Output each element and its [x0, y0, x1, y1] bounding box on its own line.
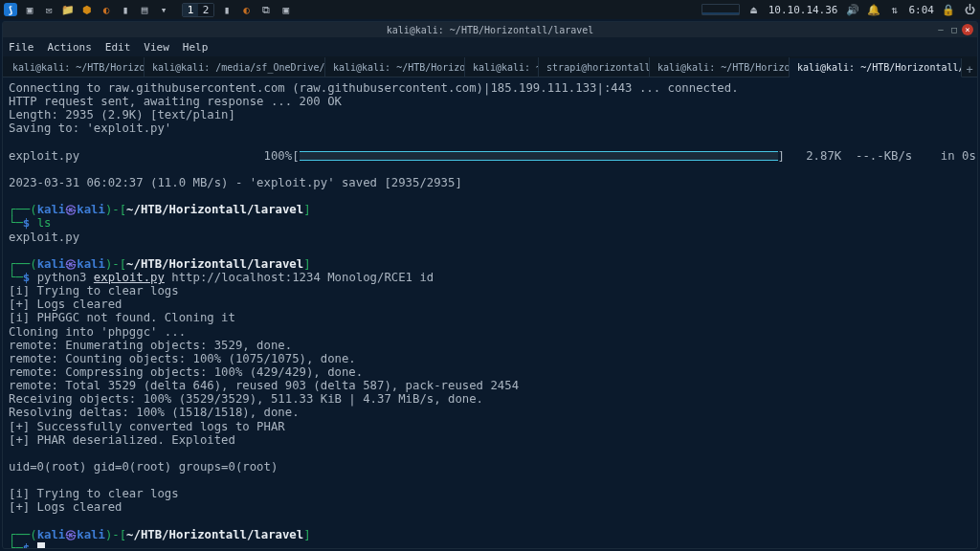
term-line: [i] Trying to clear logs [9, 487, 179, 500]
workspace-1[interactable]: 1 [183, 4, 198, 16]
term-line: [+] PHAR deserialized. Exploited [9, 433, 235, 447]
term-line: 100%[ [264, 149, 300, 163]
terminal-tab[interactable]: kali@kali: ~× [465, 57, 539, 77]
prompt-user: kali [37, 528, 66, 541]
term-line: Resolving deltas: 100% (1518/1518), done… [9, 406, 300, 419]
terminal-tab-active[interactable]: kali@kali: ~/HTB/Horizontall/laravel× [790, 58, 962, 77]
prompt-at: ㉿ [65, 257, 77, 271]
progress-bar [300, 151, 778, 161]
term-line: [+] Logs cleared [9, 298, 122, 311]
prompt-host: kali [77, 257, 105, 271]
term-line: Cloning into 'phpggc' ... [9, 325, 186, 339]
usb-icon[interactable]: ⏏ [747, 3, 761, 16]
tray-app4-icon[interactable]: ▣ [279, 3, 293, 16]
ip-address: 10.10.14.36 [768, 4, 838, 16]
tab-add-button[interactable]: + [962, 63, 977, 77]
code-icon[interactable]: ▤ [138, 3, 151, 16]
tab-label: kali@kali: ~/HTB/Horizontall [12, 62, 145, 73]
tab-label: kali@kali: ~/HTB/Horizontall [333, 62, 465, 73]
kali-logo-icon[interactable]: ⟆ [4, 3, 17, 16]
terminal-cursor [37, 542, 45, 548]
files-icon[interactable]: 📁 [61, 3, 75, 16]
term-line: exploit.py [9, 149, 79, 163]
mail-icon[interactable]: ✉ [42, 3, 56, 16]
prompt-user: kali [37, 203, 66, 216]
term-line: Receiving objects: 100% (3529/3529), 511… [9, 392, 483, 406]
term-line: uid=0(root) gid=0(root) groups=0(root) [9, 460, 278, 474]
menu-edit[interactable]: Edit [105, 41, 131, 54]
terminal-tab[interactable]: strapi@horizontall: ~× [539, 57, 650, 77]
tray-firefox-icon[interactable]: ◐ [240, 3, 254, 16]
cmd-ls: ls [37, 216, 52, 230]
cpu-graph-icon [702, 4, 740, 15]
ls-output: exploit.py [9, 231, 79, 244]
term-line: [i] Trying to clear logs [9, 284, 179, 298]
prompt-user: kali [37, 257, 66, 271]
menu-help[interactable]: Help [183, 41, 209, 54]
term-line: [+] Successfully converted logs to PHAR [9, 420, 285, 433]
terminal-icon[interactable]: ▮ [119, 3, 132, 16]
prompt-path: ~/HTB/Horizontall/laravel [126, 203, 303, 216]
tab-label: kali@kali: ~/HTB/Horizontall/laravel [797, 62, 962, 73]
term-line: Saving to: 'exploit.py' [9, 121, 171, 135]
prompt-host: kali [77, 528, 105, 541]
cmd-python3: python3 [37, 271, 94, 284]
tab-label: kali@kali: ~/HTB/Horizontall [657, 62, 790, 73]
terminal-tab[interactable]: kali@kali: /media/sf_OneDrive/SecLists× [145, 57, 325, 77]
prompt-path: ~/HTB/Horizontall/laravel [126, 257, 303, 271]
term-line: [i] PHPGGC not found. Cloning it [9, 311, 235, 324]
term-line: [+] Logs cleared [9, 500, 122, 514]
menu-actions[interactable]: Actions [48, 41, 92, 54]
bell-icon[interactable]: 🔔 [867, 3, 880, 16]
term-line: Length: 2935 (2.9K) [text/plain] [9, 108, 235, 121]
terminal-tab[interactable]: kali@kali: ~/HTB/Horizontall× [650, 57, 790, 77]
tray-code-icon[interactable]: ⧉ [259, 3, 273, 16]
terminal-tab[interactable]: kali@kali: ~/HTB/Horizontall× [325, 57, 465, 77]
tab-label: strapi@horizontall: ~ [546, 62, 650, 73]
window-manager-icon[interactable]: ▣ [23, 3, 36, 16]
workspace-switcher[interactable]: 1 2 [182, 3, 214, 17]
menu-file[interactable]: File [9, 41, 34, 54]
maximize-button[interactable]: □ [948, 24, 960, 35]
firefox-icon[interactable]: ◐ [100, 3, 113, 16]
term-line: remote: Counting objects: 100% (1075/107… [9, 352, 356, 365]
term-line: Connecting to raw.githubusercontent.com … [9, 81, 739, 95]
window-title: kali@kali: ~/HTB/Horizontall/laravel [3, 25, 977, 35]
terminal-output[interactable]: Connecting to raw.githubusercontent.com … [3, 77, 977, 548]
network-icon[interactable]: ⇅ [888, 3, 902, 16]
desktop-top-panel: ⟆ ▣ ✉ 📁 ⬢ ◐ ▮ ▤ ▾ 1 2 ▮ ◐ ⧉ ▣ ⏏ 10.10.14… [0, 0, 980, 19]
terminal-window: kali@kali: ~/HTB/Horizontall/laravel – □… [2, 21, 978, 549]
tab-label: kali@kali: /media/sf_OneDrive/SecLists [152, 62, 325, 73]
prompt-path: ~/HTB/Horizontall/laravel [126, 528, 303, 541]
term-line: remote: Total 3529 (delta 646), reused 9… [9, 379, 519, 392]
cmd-arg: http://localhost:1234 Monolog/RCE1 id [165, 271, 434, 284]
menu-view[interactable]: View [144, 41, 169, 54]
burp-icon[interactable]: ⬢ [80, 3, 94, 16]
power-icon[interactable]: ⏻ [963, 3, 976, 16]
minimize-button[interactable]: – [935, 24, 947, 35]
term-line: remote: Enumerating objects: 3529, done. [9, 339, 292, 352]
terminal-tab[interactable]: kali@kali: ~/HTB/Horizontall× [5, 57, 145, 77]
terminal-menubar: File Actions Edit View Help [3, 37, 977, 56]
prompt-at: ㉿ [65, 203, 77, 216]
volume-icon[interactable]: 🔊 [846, 3, 859, 16]
workspace-2[interactable]: 2 [198, 4, 213, 16]
close-button[interactable]: × [962, 24, 973, 35]
term-line: 2023-03-31 06:02:37 (11.0 MB/s) - 'explo… [9, 176, 462, 189]
term-line: remote: Compressing objects: 100% (429/4… [9, 365, 363, 379]
terminal-tabstrip: kali@kali: ~/HTB/Horizontall× kali@kali:… [3, 56, 977, 77]
prompt-host: kali [77, 203, 105, 216]
term-line: HTTP request sent, awaiting response ...… [9, 95, 342, 108]
chevron-down-icon[interactable]: ▾ [157, 3, 170, 16]
prompt-at: ㉿ [65, 528, 77, 541]
lock-icon[interactable]: 🔒 [942, 3, 955, 16]
term-line: ] 2.87K --.-KB/s in 0s [778, 149, 976, 163]
cmd-arg: exploit.py [94, 271, 165, 284]
tab-label: kali@kali: ~ [473, 62, 539, 73]
clock[interactable]: 6:04 [909, 4, 935, 16]
window-titlebar[interactable]: kali@kali: ~/HTB/Horizontall/laravel – □… [3, 22, 977, 37]
tray-terminal-icon[interactable]: ▮ [220, 3, 234, 16]
